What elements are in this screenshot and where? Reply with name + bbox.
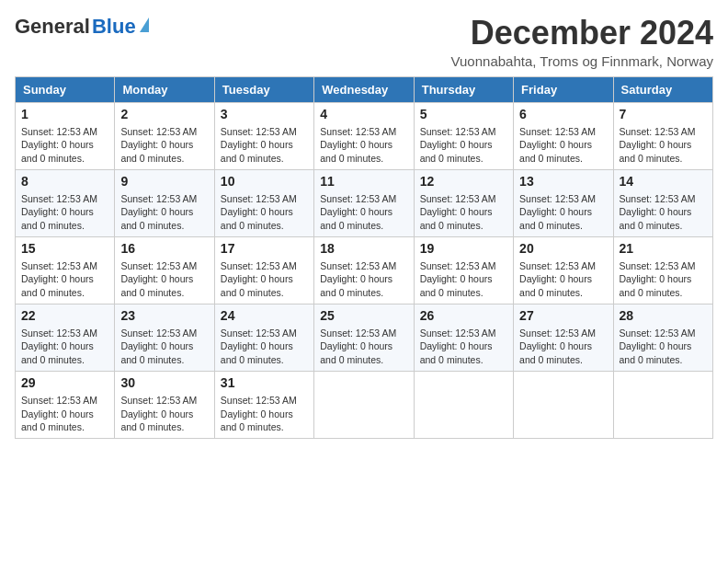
page-header: General Blue December 2024 Vuonnabahta, …: [15, 15, 713, 69]
day-info: Sunset: 12:53 AM Daylight: 0 hours and 0…: [120, 259, 208, 300]
day-number: 28: [620, 308, 707, 323]
day-info: Sunset: 12:53 AM Daylight: 0 hours and 0…: [221, 192, 308, 233]
day-info: Sunset: 12:53 AM Daylight: 0 hours and 0…: [519, 327, 607, 367]
day-number: 22: [21, 308, 108, 323]
calendar-day-cell[interactable]: 31Sunset: 12:53 AM Daylight: 0 hours and…: [214, 371, 313, 438]
calendar-week-row: 22Sunset: 12:53 AM Daylight: 0 hours and…: [16, 304, 713, 371]
day-number: 21: [620, 241, 707, 256]
calendar-day-cell[interactable]: [613, 371, 712, 438]
header-friday: Friday: [514, 76, 613, 102]
day-info: Sunset: 12:53 AM Daylight: 0 hours and 0…: [519, 259, 607, 300]
day-info: Sunset: 12:53 AM Daylight: 0 hours and 0…: [320, 125, 407, 166]
logo-arrow-icon: [140, 17, 149, 32]
header-wednesday: Wednesday: [314, 76, 414, 102]
day-number: 7: [620, 107, 707, 121]
weekday-header-row: Sunday Monday Tuesday Wednesday Thursday…: [16, 76, 713, 102]
calendar-day-cell[interactable]: 19Sunset: 12:53 AM Daylight: 0 hours and…: [414, 236, 513, 304]
calendar-day-cell[interactable]: 26Sunset: 12:53 AM Daylight: 0 hours and…: [414, 304, 513, 371]
calendar-week-row: 1Sunset: 12:53 AM Daylight: 0 hours and …: [16, 102, 713, 169]
calendar-day-cell[interactable]: 4Sunset: 12:53 AM Daylight: 0 hours and …: [314, 102, 414, 169]
day-info: Sunset: 12:53 AM Daylight: 0 hours and 0…: [120, 327, 208, 367]
day-info: Sunset: 12:53 AM Daylight: 0 hours and 0…: [221, 394, 308, 434]
calendar-header: Sunday Monday Tuesday Wednesday Thursday…: [16, 76, 713, 102]
calendar-day-cell[interactable]: 9Sunset: 12:53 AM Daylight: 0 hours and …: [115, 169, 214, 236]
header-saturday: Saturday: [613, 76, 712, 102]
calendar-day-cell[interactable]: 2Sunset: 12:53 AM Daylight: 0 hours and …: [115, 102, 214, 169]
day-info: Sunset: 12:53 AM Daylight: 0 hours and 0…: [21, 394, 108, 434]
day-info: Sunset: 12:53 AM Daylight: 0 hours and 0…: [120, 394, 208, 434]
calendar-day-cell[interactable]: 6Sunset: 12:53 AM Daylight: 0 hours and …: [514, 102, 613, 169]
calendar-day-cell[interactable]: 10Sunset: 12:53 AM Daylight: 0 hours and…: [214, 169, 313, 236]
calendar-day-cell[interactable]: 30Sunset: 12:53 AM Daylight: 0 hours and…: [115, 371, 214, 438]
calendar-day-cell[interactable]: [414, 371, 513, 438]
day-info: Sunset: 12:53 AM Daylight: 0 hours and 0…: [620, 327, 707, 367]
day-number: 16: [120, 241, 208, 256]
calendar-day-cell[interactable]: [314, 371, 414, 438]
day-number: 30: [120, 375, 208, 390]
day-number: 26: [420, 308, 507, 323]
calendar-day-cell[interactable]: 11Sunset: 12:53 AM Daylight: 0 hours and…: [314, 169, 414, 236]
day-info: Sunset: 12:53 AM Daylight: 0 hours and 0…: [620, 192, 707, 233]
calendar-week-row: 15Sunset: 12:53 AM Daylight: 0 hours and…: [16, 236, 713, 304]
calendar-body: 1Sunset: 12:53 AM Daylight: 0 hours and …: [16, 102, 713, 438]
day-info: Sunset: 12:53 AM Daylight: 0 hours and 0…: [320, 259, 407, 300]
header-monday: Monday: [115, 76, 214, 102]
calendar-day-cell[interactable]: 14Sunset: 12:53 AM Daylight: 0 hours and…: [613, 169, 712, 236]
calendar-day-cell[interactable]: 16Sunset: 12:53 AM Daylight: 0 hours and…: [115, 236, 214, 304]
month-year-title: December 2024: [451, 15, 713, 52]
day-number: 17: [221, 241, 308, 256]
day-info: Sunset: 12:53 AM Daylight: 0 hours and 0…: [620, 125, 707, 166]
day-info: Sunset: 12:53 AM Daylight: 0 hours and 0…: [620, 259, 707, 300]
title-block: December 2024 Vuonnabahta, Troms og Finn…: [451, 15, 713, 69]
day-info: Sunset: 12:53 AM Daylight: 0 hours and 0…: [221, 327, 308, 367]
day-info: Sunset: 12:53 AM Daylight: 0 hours and 0…: [21, 125, 108, 166]
day-number: 4: [320, 107, 407, 121]
day-info: Sunset: 12:53 AM Daylight: 0 hours and 0…: [420, 259, 507, 300]
calendar-day-cell[interactable]: 28Sunset: 12:53 AM Daylight: 0 hours and…: [613, 304, 712, 371]
day-info: Sunset: 12:53 AM Daylight: 0 hours and 0…: [120, 125, 208, 166]
calendar-day-cell[interactable]: 18Sunset: 12:53 AM Daylight: 0 hours and…: [314, 236, 414, 304]
day-number: 18: [320, 241, 407, 256]
calendar-day-cell[interactable]: 1Sunset: 12:53 AM Daylight: 0 hours and …: [16, 102, 115, 169]
logo: General Blue: [15, 15, 149, 39]
calendar-day-cell[interactable]: 17Sunset: 12:53 AM Daylight: 0 hours and…: [214, 236, 313, 304]
day-number: 2: [120, 107, 208, 121]
day-number: 24: [221, 308, 308, 323]
day-number: 27: [519, 308, 607, 323]
calendar-day-cell[interactable]: 7Sunset: 12:53 AM Daylight: 0 hours and …: [613, 102, 712, 169]
calendar-day-cell[interactable]: 29Sunset: 12:53 AM Daylight: 0 hours and…: [16, 371, 115, 438]
calendar-day-cell[interactable]: 8Sunset: 12:53 AM Daylight: 0 hours and …: [16, 169, 115, 236]
header-sunday: Sunday: [16, 76, 115, 102]
day-info: Sunset: 12:53 AM Daylight: 0 hours and 0…: [420, 192, 507, 233]
calendar-day-cell[interactable]: 15Sunset: 12:53 AM Daylight: 0 hours and…: [16, 236, 115, 304]
logo-general-text: General: [15, 15, 90, 39]
calendar-day-cell[interactable]: 3Sunset: 12:53 AM Daylight: 0 hours and …: [214, 102, 313, 169]
day-number: 15: [21, 241, 108, 256]
day-info: Sunset: 12:53 AM Daylight: 0 hours and 0…: [320, 192, 407, 233]
calendar-day-cell[interactable]: 25Sunset: 12:53 AM Daylight: 0 hours and…: [314, 304, 414, 371]
day-info: Sunset: 12:53 AM Daylight: 0 hours and 0…: [420, 125, 507, 166]
day-number: 10: [221, 174, 308, 189]
calendar-day-cell[interactable]: 5Sunset: 12:53 AM Daylight: 0 hours and …: [414, 102, 513, 169]
day-number: 12: [420, 174, 507, 189]
day-info: Sunset: 12:53 AM Daylight: 0 hours and 0…: [221, 259, 308, 300]
calendar-day-cell[interactable]: 20Sunset: 12:53 AM Daylight: 0 hours and…: [514, 236, 613, 304]
calendar-day-cell[interactable]: 12Sunset: 12:53 AM Daylight: 0 hours and…: [414, 169, 513, 236]
day-number: 23: [120, 308, 208, 323]
day-info: Sunset: 12:53 AM Daylight: 0 hours and 0…: [21, 192, 108, 233]
logo-blue-text: Blue: [92, 15, 136, 39]
day-info: Sunset: 12:53 AM Daylight: 0 hours and 0…: [120, 192, 208, 233]
calendar-day-cell[interactable]: 23Sunset: 12:53 AM Daylight: 0 hours and…: [115, 304, 214, 371]
calendar-day-cell[interactable]: 24Sunset: 12:53 AM Daylight: 0 hours and…: [214, 304, 313, 371]
day-info: Sunset: 12:53 AM Daylight: 0 hours and 0…: [21, 259, 108, 300]
calendar-day-cell[interactable]: 21Sunset: 12:53 AM Daylight: 0 hours and…: [613, 236, 712, 304]
header-thursday: Thursday: [414, 76, 513, 102]
calendar-day-cell[interactable]: [514, 371, 613, 438]
day-number: 13: [519, 174, 607, 189]
calendar-day-cell[interactable]: 13Sunset: 12:53 AM Daylight: 0 hours and…: [514, 169, 613, 236]
day-number: 8: [21, 174, 108, 189]
day-number: 3: [221, 107, 308, 121]
calendar-day-cell[interactable]: 27Sunset: 12:53 AM Daylight: 0 hours and…: [514, 304, 613, 371]
calendar-day-cell[interactable]: 22Sunset: 12:53 AM Daylight: 0 hours and…: [16, 304, 115, 371]
day-number: 31: [221, 375, 308, 390]
